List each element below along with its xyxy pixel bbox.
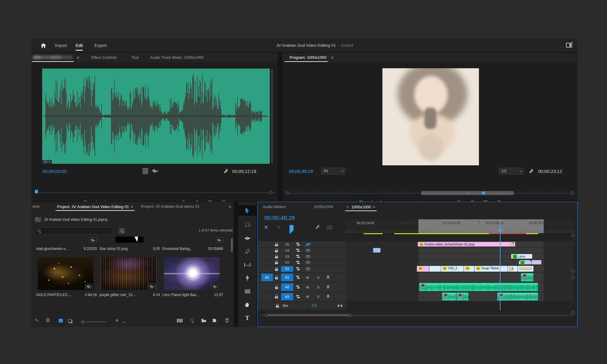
project-scrollbar[interactable] [231,238,233,252]
sync-lock-icon[interactable] [296,255,300,258]
solo-button[interactable]: S [317,295,319,298]
close-icon[interactable]: × [347,205,349,209]
lock-icon[interactable] [275,267,278,271]
tab-program[interactable]: Program: 1000x1000 [282,53,330,62]
timeline-clip[interactable]: fx [419,283,538,291]
ripple-edit-tool[interactable]: ◂▸ [238,233,256,243]
tab-project-active[interactable]: Project: JV Arabian Oud Video Editing 01… [53,202,137,211]
panel-menu-icon[interactable]: ≡ [77,55,79,60]
timeline-clip-vid-2[interactable]: VID_2fx [441,266,464,272]
lane-v1[interactable]: fxVID_2fxfxSnap Tiktokfx [346,265,573,273]
timeline-clip[interactable]: fx [519,260,531,265]
linked-selection-icon[interactable] [290,225,293,230]
hand-tool[interactable] [238,299,256,310]
timeline-clip[interactable] [531,260,541,265]
work-area-grip[interactable]: ⦀ [479,221,480,224]
mute-button[interactable]: M [306,276,309,279]
lane-a3[interactable]: fxfxfx [346,292,573,302]
tab-effects-clipped[interactable]: ects [31,202,41,211]
timeline-clip[interactable]: fx [442,292,456,301]
tab-export[interactable]: Export [94,39,107,52]
lock-icon[interactable] [275,295,278,298]
mix-volume-value[interactable]: 0.0 [312,304,317,308]
track-header-v5[interactable]: V5 [258,241,346,248]
program-scrub-end-handle[interactable] [571,191,574,195]
sort-icon[interactable]: ≡ [116,318,118,323]
track-name[interactable]: V5 [281,242,293,247]
timeline-clip[interactable]: fx [497,292,538,301]
track-select-forward-tool[interactable] [238,219,256,230]
home-icon[interactable] [40,43,46,49]
voiceover-mic-icon[interactable] [327,285,329,289]
delete-trash-icon[interactable] [225,318,229,323]
track-header-v1[interactable]: V1 [258,265,346,273]
list-view-icon[interactable]: ☰ [46,318,50,323]
search-bin-icon[interactable] [119,228,125,234]
source-scrub-track[interactable] [34,192,275,193]
playback-resolution-dropdown[interactable]: 1/2 [499,168,524,174]
keyframe-bowtie-icon[interactable] [338,304,342,307]
eye-icon[interactable] [306,255,310,258]
track-header-mix[interactable]: Mix 0.0 [258,302,346,310]
track-target-a3[interactable]: A3 [281,293,293,300]
sync-lock-icon[interactable] [296,267,300,271]
voiceover-mic-icon[interactable] [327,275,329,280]
tab-audio-track-mixer[interactable]: Audio Track Mixer: 1000x1000 [146,53,208,62]
button-editor-icon[interactable]: + [570,199,573,201]
source-scrubber[interactable] [34,190,275,195]
source-scrub-end-handle[interactable] [269,191,272,194]
tab-overflow-icon[interactable]: » [229,204,231,209]
program-zoom-handle[interactable]: ⦀ [421,191,514,195]
lift-icon[interactable] [457,201,462,201]
project-breadcrumb[interactable]: JV Arabian Oud Video Editing 01.prproj [35,216,107,223]
tab-effect-controls[interactable]: Effect Controls [87,53,121,62]
button-editor-icon[interactable]: + [270,199,273,201]
timeline-clip-lens[interactable]: Lensfx [511,254,532,259]
mark-in-icon[interactable]: { [371,200,373,201]
timeline-clip[interactable] [429,266,441,272]
timeline-clip[interactable]: fx [464,266,474,272]
settings-wrench-icon[interactable] [224,169,229,175]
navigate-up-icon[interactable] [35,217,41,222]
eye-icon[interactable] [306,261,310,264]
source-tab-blurred[interactable] [31,53,76,62]
go-to-out-icon[interactable]: →} [443,201,449,201]
panel-menu-icon[interactable]: ≡ [373,204,375,209]
track-header-a3[interactable]: A3 M S [258,292,346,302]
chevron-down-icon[interactable] [122,319,124,324]
export-frame-icon[interactable] [483,201,488,201]
drag-video-only-icon[interactable] [143,168,148,174]
audio-scroll-handle-bottom[interactable] [571,311,575,315]
drag-av-icon[interactable] [220,201,226,201]
sync-lock-icon[interactable] [296,276,300,279]
snap-magnet-icon[interactable]: ∩ [277,224,281,230]
lane-v2[interactable]: fx [346,260,573,265]
track-name[interactable]: V3 [281,254,293,259]
tab-import[interactable]: Import [55,39,67,52]
video-scroll-handle-bottom[interactable] [571,269,575,273]
play-icon[interactable]: ▶ [418,200,422,201]
timeline-clip[interactable] [508,266,518,272]
playhead-line[interactable] [500,219,500,310]
rectangle-tool[interactable] [238,286,256,296]
eye-hidden-icon[interactable] [306,243,310,246]
mute-button[interactable]: M [306,295,309,298]
automate-sequence-icon[interactable] [177,318,178,323]
zoom-slider[interactable] [81,319,107,324]
add-marker-icon[interactable] [359,201,363,201]
video-scroll-handle-top[interactable] [571,234,575,237]
solo-button[interactable]: S [317,285,319,289]
hscroll-handle-right[interactable] [349,314,352,317]
step-forward-icon[interactable]: ▶ [430,201,436,201]
insert-icon[interactable] [182,201,187,201]
tab-text[interactable]: Text [127,53,143,62]
timeline-clip[interactable] [518,266,534,272]
lock-icon[interactable] [276,304,279,308]
step-back-icon[interactable]: ◀ [129,201,134,201]
slip-tool[interactable]: ↔ [238,259,256,270]
extract-icon[interactable] [470,201,475,201]
track-header-v2[interactable]: V2 [258,260,346,265]
zoom-select-dropdown[interactable]: Fit [321,168,345,174]
lane-v3[interactable]: Lensfx [346,254,573,260]
voiceover-mic-icon[interactable] [327,295,329,299]
